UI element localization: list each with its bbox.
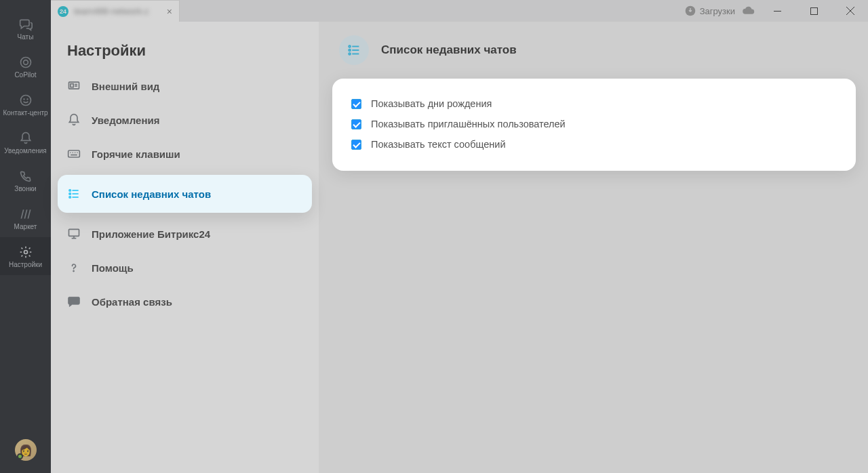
svg-point-0	[20, 58, 31, 68]
option-label: Показывать дни рождения	[371, 98, 492, 109]
sidebar-label: Звонки	[0, 185, 51, 192]
settings-item-label: Уведомления	[92, 115, 159, 126]
settings-item-appearance[interactable]: Внешний вид	[51, 69, 319, 103]
tab-favicon-icon: 24	[58, 6, 68, 17]
minimize-icon	[774, 7, 781, 15]
settings-item-label: Список недавних чатов	[92, 188, 211, 200]
settings-detail: Список недавних чатов Показывать дни рож…	[319, 22, 868, 473]
tab-title: team488-network.c	[74, 6, 161, 16]
svg-point-23	[69, 193, 71, 195]
help-icon	[67, 261, 81, 274]
sidebar-item-notifications[interactable]: Уведомления	[0, 123, 51, 161]
status-online-icon	[17, 453, 23, 459]
svg-point-4	[26, 99, 28, 100]
settings-item-label: Приложение Битрикс24	[92, 228, 210, 240]
feedback-icon	[67, 295, 81, 308]
sidebar-item-settings[interactable]: Настройки	[0, 237, 51, 275]
downloads-button[interactable]: Загрузки	[685, 5, 735, 16]
settings-item-feedback[interactable]: Обратная связь	[51, 285, 319, 318]
settings-item-label: Помощь	[92, 262, 134, 274]
sidebar-label: CoPilot	[0, 71, 51, 79]
option-label: Показывать приглашённых пользователей	[371, 119, 566, 129]
chat-icon	[18, 18, 33, 31]
cloud-icon[interactable]	[742, 5, 755, 16]
detail-header-icon-wrap	[339, 35, 369, 65]
app-sidebar: Чаты CoPilot Контакт-центр Уведомления З…	[0, 0, 51, 473]
main-area: 24 team488-network.c × Загрузки	[51, 0, 868, 473]
svg-point-1	[23, 60, 28, 65]
svg-point-5	[24, 251, 27, 254]
settings-item-help[interactable]: Помощь	[51, 251, 319, 285]
appearance-icon	[67, 79, 81, 93]
option-label: Показывать текст сообщений	[371, 139, 505, 150]
sidebar-item-market[interactable]: Маркет	[0, 199, 51, 237]
market-icon	[19, 207, 33, 221]
option-checkbox-invited[interactable]	[351, 119, 361, 129]
close-icon	[846, 7, 854, 15]
option-row-invited[interactable]: Показывать приглашённых пользователей	[351, 114, 837, 134]
option-checkbox-birthdays[interactable]	[351, 99, 361, 109]
browser-tab[interactable]: 24 team488-network.c ×	[51, 0, 180, 22]
svg-point-25	[69, 197, 71, 199]
options-card: Показывать дни рождения Показывать пригл…	[332, 79, 856, 171]
svg-rect-15	[68, 150, 80, 157]
window-maximize-button[interactable]	[799, 0, 829, 22]
sidebar-item-contactcenter[interactable]: Контакт-центр	[0, 85, 51, 123]
bell-icon	[19, 131, 33, 145]
desktop-icon	[67, 227, 81, 241]
downloads-label: Загрузки	[700, 6, 735, 16]
close-tab-icon[interactable]: ×	[167, 6, 172, 17]
titlebar: 24 team488-network.c × Загрузки	[51, 0, 868, 22]
svg-rect-8	[810, 7, 817, 14]
sidebar-label: Контакт-центр	[0, 109, 51, 117]
settings-panel: Настройки Внешний вид Уведомления Горячи…	[51, 22, 319, 473]
detail-title: Список недавних чатов	[381, 43, 517, 57]
keyboard-icon	[67, 147, 81, 161]
sidebar-item-chats[interactable]: Чаты	[0, 9, 51, 47]
settings-item-recent-chats[interactable]: Список недавних чатов	[58, 175, 312, 213]
copilot-icon	[19, 56, 33, 69]
settings-title: Настройки	[51, 34, 319, 69]
phone-icon	[19, 169, 33, 183]
svg-rect-12	[71, 84, 73, 87]
svg-point-31	[349, 45, 351, 47]
option-row-birthdays[interactable]: Показывать дни рождения	[351, 94, 837, 114]
contactcenter-icon	[19, 94, 33, 107]
sidebar-label: Маркет	[0, 223, 51, 230]
option-row-msgtext[interactable]: Показывать текст сообщений	[351, 134, 837, 155]
settings-item-desktop-app[interactable]: Приложение Битрикс24	[51, 217, 319, 251]
sidebar-label: Уведомления	[0, 147, 51, 155]
list-icon	[347, 43, 361, 58]
svg-rect-27	[69, 229, 79, 236]
option-checkbox-msgtext[interactable]	[351, 140, 361, 150]
detail-header: Список недавних чатов	[326, 22, 868, 79]
sidebar-label: Настройки	[0, 261, 51, 268]
settings-item-hotkeys[interactable]: Горячие клавиши	[51, 137, 319, 171]
sidebar-item-copilot[interactable]: CoPilot	[0, 47, 51, 85]
settings-item-label: Обратная связь	[92, 296, 172, 308]
settings-item-notifications[interactable]: Уведомления	[51, 103, 319, 137]
user-avatar[interactable]: 👩	[15, 431, 37, 473]
svg-point-33	[349, 49, 351, 52]
download-icon	[685, 5, 696, 16]
svg-point-21	[69, 190, 71, 192]
svg-point-35	[349, 53, 351, 55]
sidebar-item-calls[interactable]: Звонки	[0, 161, 51, 199]
gear-icon	[19, 245, 33, 259]
maximize-icon	[810, 7, 818, 15]
list-icon	[67, 187, 81, 201]
svg-point-30	[73, 270, 75, 272]
bell-icon	[67, 113, 81, 127]
window-close-button[interactable]	[835, 0, 865, 22]
svg-point-3	[23, 99, 24, 100]
settings-item-label: Внешний вид	[92, 81, 159, 92]
sidebar-label: Чаты	[0, 33, 51, 41]
svg-point-2	[20, 96, 31, 106]
window-minimize-button[interactable]	[762, 0, 792, 22]
settings-item-label: Горячие клавиши	[92, 148, 180, 160]
